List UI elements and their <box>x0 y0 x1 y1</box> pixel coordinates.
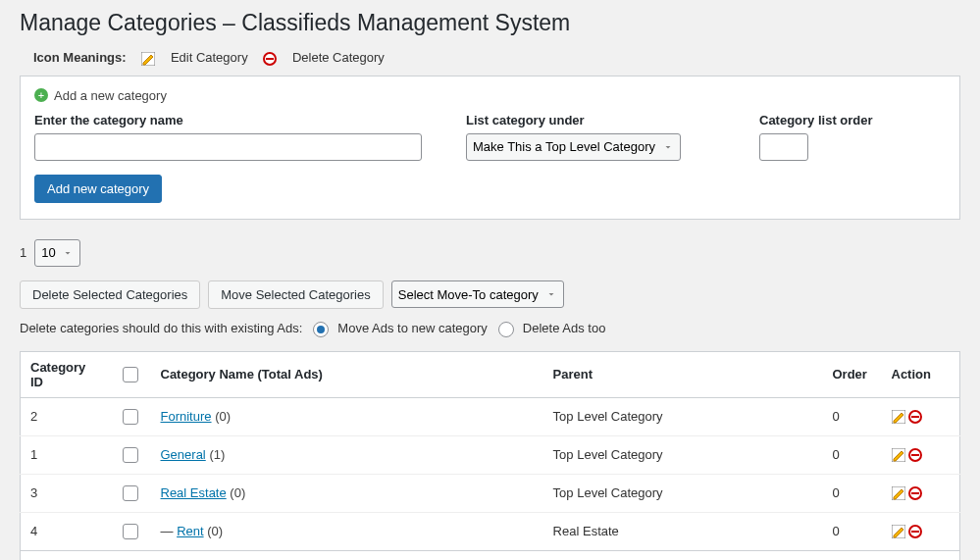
cell-name: Real Estate (0) <box>151 474 543 512</box>
edit-action[interactable] <box>892 524 905 538</box>
move-ads-radio[interactable] <box>313 322 329 337</box>
cell-parent: Top Level Category <box>543 397 823 435</box>
delete-action[interactable] <box>908 447 922 462</box>
svg-rect-2 <box>266 58 274 60</box>
svg-rect-8 <box>911 454 919 456</box>
col-header-action: Action <box>882 351 960 397</box>
add-category-button[interactable]: Add new category <box>34 175 162 203</box>
table-row: 1General (1)Top Level Category0 <box>21 435 960 474</box>
delete-action[interactable] <box>908 485 922 500</box>
delete-action[interactable] <box>908 524 922 538</box>
row-checkbox[interactable] <box>123 485 138 501</box>
parent-category-label: List category under <box>466 113 681 127</box>
edit-action[interactable] <box>892 447 905 462</box>
edit-icon-label: Edit Category <box>171 50 248 65</box>
svg-rect-14 <box>911 531 919 533</box>
add-icon: + <box>34 88 48 102</box>
move-ads-radio-label: Move Ads to new category <box>337 321 487 335</box>
parent-category-select[interactable]: Make This a Top Level Category <box>466 133 681 161</box>
move-to-select[interactable]: Select Move-To category <box>391 280 564 308</box>
move-selected-button[interactable]: Move Selected Categories <box>208 280 383 309</box>
edit-icon <box>141 52 155 66</box>
row-checkbox[interactable] <box>123 447 138 463</box>
col-footer-order: Order <box>823 550 882 560</box>
add-category-panel: + Add a new category Enter the category … <box>20 76 960 220</box>
category-link[interactable]: Forniture <box>161 409 212 424</box>
select-all-checkbox[interactable] <box>123 367 138 382</box>
add-panel-title: Add a new category <box>54 88 167 103</box>
col-header-id: Category ID <box>21 351 109 397</box>
row-checkbox[interactable] <box>123 409 138 425</box>
cell-parent: Real Estate <box>543 512 823 550</box>
category-count: (0) <box>215 409 231 424</box>
cell-parent: Top Level Category <box>543 435 823 474</box>
cell-id: 4 <box>21 512 109 550</box>
category-link[interactable]: Rent <box>177 524 203 538</box>
cell-id: 2 <box>21 397 109 435</box>
delete-ads-radio[interactable] <box>498 322 514 337</box>
pager-perpage-select-top[interactable]: 10 <box>34 239 80 267</box>
icon-meanings-row: Icon Meanings: Edit Category Delete Cate… <box>33 50 960 66</box>
category-link[interactable]: General <box>161 447 206 462</box>
col-footer-name: Category Name (Total Ads) <box>151 550 543 560</box>
cell-name: General (1) <box>151 435 543 474</box>
category-table: Category ID Category Name (Total Ads) Pa… <box>20 351 960 560</box>
delete-selected-button[interactable]: Delete Selected Categories <box>20 280 200 309</box>
row-checkbox[interactable] <box>123 524 138 539</box>
table-row: 2Forniture (0)Top Level Category0 <box>21 397 960 435</box>
table-row: 3Real Estate (0)Top Level Category0 <box>21 474 960 512</box>
cell-parent: Top Level Category <box>543 474 823 512</box>
col-header-parent: Parent <box>543 351 823 397</box>
delete-action[interactable] <box>908 409 922 424</box>
cell-order: 0 <box>823 435 882 474</box>
cell-order: 0 <box>823 512 882 550</box>
cell-order: 0 <box>823 474 882 512</box>
col-footer-action: Action <box>882 550 960 560</box>
category-count: (0) <box>230 485 245 500</box>
cell-id: 1 <box>21 435 109 474</box>
cell-name: Forniture (0) <box>151 397 543 435</box>
category-count: (0) <box>207 524 223 538</box>
col-footer-parent: Parent <box>543 550 823 560</box>
delete-icon-label: Delete Category <box>292 50 385 65</box>
cell-name: — Rent (0) <box>151 512 543 550</box>
edit-action[interactable] <box>892 409 905 424</box>
col-footer-id: Category ID <box>21 550 109 560</box>
col-header-order: Order <box>823 351 882 397</box>
icon-meanings-label: Icon Meanings: <box>33 50 127 65</box>
delete-options-prompt: Delete categories should do this with ex… <box>20 321 302 335</box>
category-count: (1) <box>209 447 225 462</box>
category-name-input[interactable] <box>34 133 422 161</box>
category-link[interactable]: Real Estate <box>161 485 227 500</box>
category-name-label: Enter the category name <box>34 113 427 127</box>
cell-id: 3 <box>21 474 109 512</box>
category-order-label: Category list order <box>759 113 873 127</box>
svg-rect-11 <box>911 492 919 494</box>
page-title: Manage Categories – Classifieds Manageme… <box>20 10 960 36</box>
col-header-name: Category Name (Total Ads) <box>151 351 543 397</box>
table-row: 4— Rent (0)Real Estate0 <box>21 512 960 550</box>
category-order-input[interactable] <box>759 133 808 161</box>
edit-action[interactable] <box>892 485 905 500</box>
cell-order: 0 <box>823 397 882 435</box>
delete-icon <box>263 52 277 66</box>
pager-page-top: 1 <box>20 245 26 260</box>
svg-rect-5 <box>911 416 919 418</box>
delete-ads-radio-label: Delete Ads too <box>523 321 606 335</box>
